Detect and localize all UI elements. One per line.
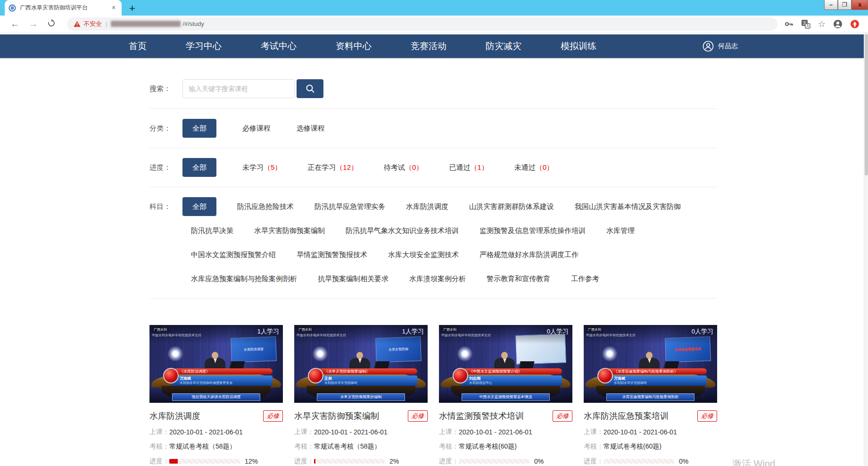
- subject-option[interactable]: 我国山洪灾害基本情况及灾害防御: [575, 202, 681, 211]
- subject-option[interactable]: 旱情监测预警预报技术: [297, 250, 367, 259]
- browser-tab-bar: 广西水旱灾害防御培训平台 × + – ❐ x: [0, 0, 868, 16]
- reload-icon[interactable]: [47, 19, 56, 29]
- search-input[interactable]: [182, 79, 295, 98]
- course-title[interactable]: 水库防洪应急预案培训: [584, 410, 669, 422]
- subject-option[interactable]: 防汛抗旱决策: [191, 226, 233, 235]
- subject-option[interactable]: 抗旱预案编制相关要求: [318, 275, 389, 283]
- presenter-name: 万海斌: [614, 376, 704, 381]
- nav-item[interactable]: 学习中心: [186, 40, 222, 52]
- key-icon[interactable]: [784, 19, 794, 29]
- subject-option[interactable]: 工作参考: [571, 275, 599, 283]
- lower-third-banner: 《水库防洪调度》 万海斌 水利部水旱灾害防御司调度督查专员: [171, 368, 273, 386]
- course-thumbnail[interactable]: 水库防洪调度 《水库防洪调度》 万海斌 水利部水旱灾害防御司调度督查专员 现在我…: [149, 325, 283, 403]
- course-card: 水旱灾害防御 《水旱灾害防御预案编制》 王帅 水利部水旱灾害防御司 水旱灾害防御…: [294, 325, 428, 466]
- required-badge: 必修: [263, 410, 283, 422]
- site-navbar: 首页学习中心考试中心资料中心竞赛活动防灾减灾模拟训练 何品志: [0, 34, 868, 58]
- support-credit: 中国水利水电科学研究院技术支持: [586, 333, 636, 338]
- exam-value: 常规试卷考核（58题）: [169, 442, 236, 451]
- course-progress-row: 进度： 2%: [294, 457, 428, 466]
- page-scrollbar[interactable]: [864, 33, 868, 466]
- filter-option[interactable]: 正在学习（12）: [307, 163, 358, 172]
- subject-option[interactable]: 防汛应急抢险技术: [237, 202, 294, 211]
- subject-option[interactable]: 水库防洪调度: [406, 202, 448, 211]
- filter-option[interactable]: 未学习（5）: [242, 163, 281, 172]
- nav-user-chip[interactable]: 何品志: [703, 34, 738, 58]
- course-dates-row: 上课： 2020-10-01 - 2021-06-01: [149, 428, 283, 436]
- lower-third-info: 刘志雨 水利部信息中心: [461, 375, 562, 386]
- exam-value: 常规试卷考核(60题): [603, 442, 661, 451]
- course-card: 水库防洪调度 《水库防洪调度》 万海斌 水利部水旱灾害防御司调度督查专员 现在我…: [149, 325, 283, 466]
- subject-option[interactable]: 水库应急预案编制与抢险案例剖析: [191, 275, 297, 283]
- course-title[interactable]: 水库防洪调度: [149, 410, 200, 422]
- subtitle-caption: 水旱灾害防御预案的编制: [317, 393, 405, 401]
- filter-option[interactable]: 选修课程: [297, 124, 325, 133]
- nav-item[interactable]: 资料中心: [336, 40, 372, 52]
- subject-option[interactable]: 水库管理: [606, 226, 635, 235]
- restore-button[interactable]: ❐: [838, 0, 851, 10]
- studio-lamp-glow: [312, 346, 328, 362]
- course-title[interactable]: 水情监测预警技术培训: [439, 410, 524, 422]
- subject-option[interactable]: 水库溃坝案例分析: [409, 275, 466, 283]
- subject-option[interactable]: 山洪灾害群测群防体系建设: [469, 202, 554, 211]
- subtitle-caption: 现在我给大家讲水库防洪调度: [172, 393, 260, 401]
- course-thumbnail[interactable]: 《中国水文监测预报预警介绍》 刘志雨 水利部信息中心 中国水文监测预报预警基本情…: [439, 325, 572, 403]
- subject-option[interactable]: 监测预警及信息管理系统操作培训: [479, 226, 586, 235]
- forward-icon[interactable]: →: [29, 19, 38, 28]
- url-separator: |: [106, 20, 107, 27]
- progress-percent: 12%: [245, 458, 258, 465]
- nav-item[interactable]: 防灾减灾: [486, 40, 521, 52]
- bookmark-star-icon[interactable]: ☆: [818, 20, 826, 28]
- window-controls: – ❐ x: [824, 0, 868, 10]
- minimize-button[interactable]: –: [824, 0, 838, 10]
- close-button[interactable]: x: [851, 0, 868, 10]
- nav-item[interactable]: 模拟训练: [561, 40, 596, 52]
- filter-option-selected[interactable]: 全部: [182, 119, 216, 138]
- browser-tab[interactable]: 广西水旱灾害防御培训平台 ×: [5, 0, 122, 16]
- filter-option[interactable]: 必修课程: [242, 124, 271, 133]
- dates-value: 2020-10-01 - 2021-06-01: [314, 428, 388, 436]
- filter-option[interactable]: 已通过（1）: [449, 163, 488, 172]
- course-thumbnail[interactable]: 水旱灾害防御 《水旱灾害防御预案编制》 王帅 水利部水旱灾害防御司 水旱灾害防御…: [294, 325, 428, 403]
- subject-option[interactable]: 中国水文监测预报预警介绍: [191, 250, 276, 259]
- search-button[interactable]: [297, 79, 323, 98]
- studio-logo-badge: [453, 368, 468, 383]
- course-thumbnail[interactable]: 水库应急预案培训 《水库应急预案编制与抢险案例剖析》 万海斌 水利部水旱灾害防御…: [584, 325, 717, 403]
- learner-count: 0人学习: [547, 327, 569, 336]
- dates-value: 2020-10-01 - 2021-06-01: [169, 428, 243, 436]
- subject-option[interactable]: 严格规范做好水库防洪调度工作: [479, 250, 579, 259]
- back-icon[interactable]: ←: [10, 19, 19, 28]
- presenter-affiliation: 水利部水旱灾害防御司: [324, 381, 414, 385]
- support-credit: 中国水利水电科学研究院技术支持: [441, 333, 491, 338]
- subject-option[interactable]: 防汛抗旱应急管理实务: [314, 202, 385, 211]
- filter-option-selected[interactable]: 全部: [182, 158, 216, 177]
- subject-option[interactable]: 水库大坝安全监测技术: [388, 250, 459, 259]
- subject-option-all[interactable]: 全部: [182, 197, 216, 216]
- subtitle-caption: 中国水文监测预报预警基本情况: [462, 393, 550, 401]
- scrollbar-thumb[interactable]: [865, 34, 868, 175]
- progress-bar: [169, 459, 240, 464]
- filter-option[interactable]: 未通过（0）: [514, 163, 554, 172]
- search-section: 搜索：: [149, 58, 717, 109]
- translate-icon[interactable]: 文A: [801, 19, 810, 29]
- studio-logo-badge: [308, 368, 323, 383]
- profile-avatar-icon[interactable]: [833, 19, 843, 29]
- extension-icon[interactable]: [850, 19, 860, 29]
- new-tab-button[interactable]: +: [129, 4, 135, 13]
- filter-option[interactable]: 待考试（0）: [384, 163, 423, 172]
- url-path: /#/study: [182, 20, 204, 27]
- course-title[interactable]: 水旱灾害防御预案编制: [294, 410, 379, 422]
- subject-option[interactable]: 水旱灾害防御预案编制: [254, 226, 325, 235]
- subject-option[interactable]: 防汛抗旱气象水文知识业务技术培训: [346, 226, 459, 235]
- nav-item[interactable]: 竞赛活动: [411, 40, 446, 52]
- progress-percent: 0%: [534, 458, 544, 465]
- option-count: （0）: [405, 163, 423, 171]
- subject-option[interactable]: 警示教育和宣传教育: [487, 275, 550, 283]
- lower-third-info: 万海斌 水利部水旱灾害防御司调度督查专员: [171, 375, 273, 386]
- presenter-affiliation: 水利部水旱灾害防御司调度督查专员: [180, 381, 270, 385]
- presenter-head: [356, 352, 363, 359]
- progress-label: 进度：: [439, 457, 459, 466]
- tab-close-icon[interactable]: ×: [109, 4, 118, 12]
- nav-item[interactable]: 首页: [129, 40, 147, 52]
- nav-item[interactable]: 考试中心: [261, 40, 297, 52]
- url-omnibox[interactable]: 不安全 | /#/study: [67, 17, 777, 31]
